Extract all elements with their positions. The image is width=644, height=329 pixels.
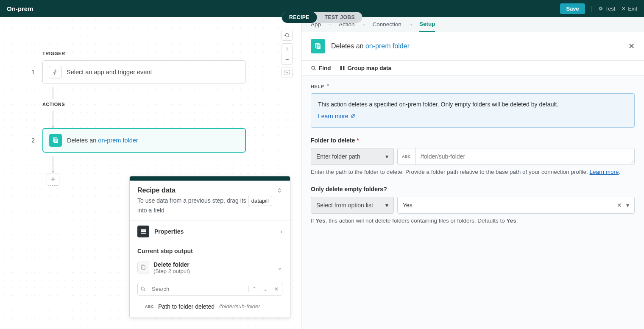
actions-section-label: ACTIONS (42, 102, 246, 107)
properties-section[interactable]: Properties › (130, 220, 290, 243)
connector-arrow (53, 111, 53, 128)
chevron-up-icon: ⌃ (326, 84, 330, 89)
action-node-text: Deletes an on-prem folder (67, 137, 138, 144)
field-hint: Enter the path to the folder to delete. … (311, 168, 635, 176)
folder-path-input[interactable] (415, 148, 634, 164)
columns-icon (340, 65, 345, 71)
popover-description: To use data from a previous step, drag i… (137, 196, 282, 215)
undo-button[interactable] (282, 30, 293, 41)
trigger-section-label: TRIGGER (42, 51, 246, 56)
fit-button[interactable] (282, 67, 293, 78)
recipe-data-popover: Recipe data To use data from a previous … (129, 176, 290, 318)
connector-arrow (53, 156, 53, 173)
svg-point-13 (312, 66, 315, 69)
fit-icon (284, 70, 290, 75)
panel-body: HELP ⌃ This action deletes a specified o… (301, 76, 644, 329)
popover-accent (130, 176, 290, 181)
zoom-in-button[interactable]: + (282, 43, 293, 54)
learn-more-link[interactable]: Learn more (589, 169, 619, 175)
chevron-right-icon: › (280, 228, 282, 235)
svg-rect-5 (141, 229, 146, 231)
svg-rect-15 (343, 66, 344, 70)
files-icon (314, 42, 322, 50)
panel-header: Deletes an on-prem folder ✕ (301, 32, 644, 61)
canvas-controls: + − (282, 30, 293, 78)
mode-tab-pill: RECIPE TEST JOBS (282, 12, 362, 23)
field-only-delete-empty: Only delete empty folders? Select from o… (311, 186, 635, 225)
svg-rect-6 (141, 231, 146, 232)
search-prev[interactable]: ⌃ (249, 286, 260, 292)
output-delete-folder[interactable]: Delete folder (Step 2 output) ⌄ (137, 259, 282, 277)
recipe-canvas[interactable]: + − TRIGGER 1 Select an app and trigger … (0, 17, 301, 329)
required-indicator: * (357, 137, 359, 144)
panel-toolbar: Find Group map data (301, 61, 644, 76)
svg-point-0 (600, 8, 602, 10)
top-header: On-prem Save | Test Exit RECIPE TEST JOB… (0, 0, 644, 17)
properties-icon (137, 226, 149, 237)
datapill-path-deleted[interactable]: ABC Path to folder deleted /folder/sub-f… (130, 300, 290, 318)
trigger-placeholder-icon (49, 66, 61, 78)
flow-container: TRIGGER 1 Select an app and trigger even… (30, 51, 246, 186)
svg-point-10 (141, 287, 144, 290)
test-button[interactable]: Test (598, 6, 615, 12)
search-input[interactable] (148, 286, 248, 292)
files-icon (52, 137, 59, 144)
search-icon (138, 286, 148, 292)
undo-icon (284, 32, 290, 38)
config-panel: App → Action → Connection → Setup Delete… (301, 17, 644, 329)
main-layout: + − TRIGGER 1 Select an app and trigger … (0, 17, 644, 329)
current-output-label: Current step output (137, 248, 282, 254)
step-number: 2 (30, 137, 35, 144)
header-actions: Save | Test Exit (560, 3, 637, 14)
files-icon (137, 262, 149, 273)
panel-title: Deletes an on-prem folder (331, 42, 622, 50)
svg-rect-14 (340, 66, 341, 70)
divider: | (591, 5, 593, 12)
external-link-icon (351, 112, 355, 121)
type-tag: ABC (145, 304, 154, 309)
field-label: Folder to delete * (311, 137, 635, 144)
trigger-node-text: Select an app and trigger event (67, 69, 152, 75)
help-toggle[interactable]: HELP ⌃ (311, 84, 635, 89)
add-step-button[interactable]: + (47, 173, 59, 186)
arrow-icon: → (407, 21, 413, 28)
collapse-icon[interactable] (276, 187, 282, 193)
lightning-icon (52, 69, 59, 75)
type-tag: ABC (398, 148, 415, 164)
exit-button[interactable]: Exit (621, 6, 637, 12)
clear-value-button[interactable]: ✕ (617, 202, 622, 209)
zoom-out-button[interactable]: − (282, 54, 293, 65)
folder-path-input-wrap: ABC (397, 148, 635, 165)
tab-setup[interactable]: Setup (419, 17, 435, 32)
save-button[interactable]: Save (560, 3, 585, 14)
search-clear[interactable]: ✕ (271, 286, 282, 292)
input-mode-select[interactable]: Select from option list ▾ (311, 197, 394, 214)
close-icon (621, 6, 626, 11)
chevron-down-icon: ▾ (385, 202, 388, 209)
close-panel-button[interactable]: ✕ (628, 42, 635, 51)
step-2-row: 2 Deletes an on-prem folder (30, 128, 246, 153)
onprem-files-icon (49, 134, 62, 147)
tab-test-jobs[interactable]: TEST JOBS (317, 12, 362, 23)
trigger-node[interactable]: Select an app and trigger event (42, 60, 246, 84)
svg-rect-9 (142, 266, 145, 270)
datapill-search: ⌃ ⌄ ✕ (137, 283, 282, 296)
search-next[interactable]: ⌄ (260, 286, 271, 292)
resize-handle-icon[interactable] (630, 160, 633, 164)
chevron-down-icon: ▾ (385, 153, 388, 160)
connector (53, 87, 53, 99)
input-mode-select[interactable]: Enter folder path ▾ (311, 148, 394, 165)
tab-connection[interactable]: Connection (373, 17, 401, 32)
group-map-button[interactable]: Group map data (340, 65, 392, 71)
svg-point-2 (287, 72, 288, 73)
popover-title: Recipe data (137, 187, 176, 194)
action-node-delete-folder[interactable]: Deletes an on-prem folder (42, 128, 246, 153)
only-empty-select[interactable]: Yes ✕ ▾ (397, 197, 635, 214)
svg-rect-7 (141, 233, 146, 234)
chevron-down-icon[interactable]: ▾ (626, 202, 629, 209)
search-icon (311, 65, 316, 71)
learn-more-link[interactable]: Learn more (318, 113, 355, 120)
find-button[interactable]: Find (311, 65, 331, 71)
tab-recipe[interactable]: RECIPE (282, 12, 317, 23)
help-box: This action deletes a specified on-prem … (311, 93, 635, 128)
